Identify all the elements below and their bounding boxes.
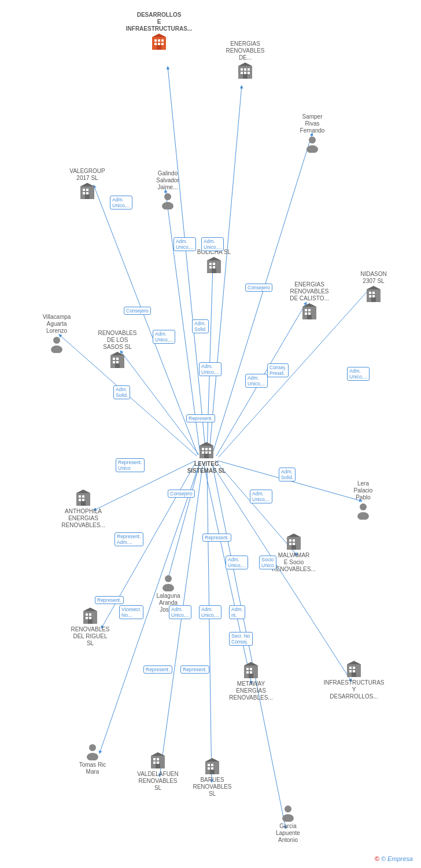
svg-rect-87 xyxy=(204,454,209,458)
svg-rect-34 xyxy=(241,72,243,74)
role-adm-nt[interactable]: Adm.nt. xyxy=(229,605,245,619)
svg-point-144 xyxy=(285,806,291,812)
svg-rect-110 xyxy=(86,617,88,619)
svg-rect-93 xyxy=(82,499,84,501)
svg-marker-127 xyxy=(347,661,361,664)
role-vicesecr-no[interactable]: Vicesecr.No... xyxy=(119,605,143,619)
node-nidason[interactable]: NIDASON2307 SL xyxy=(350,270,397,303)
role-consejero-energias-calisto[interactable]: Consejero xyxy=(245,284,272,292)
svg-rect-99 xyxy=(289,539,291,542)
svg-rect-42 xyxy=(83,189,85,191)
role-adm-unico-calisto[interactable]: Adm.Unico,... xyxy=(245,374,268,388)
role-represent-adm-anthophila[interactable]: Represent.Adm.... xyxy=(115,532,143,546)
role-adm-unico-main[interactable]: Adm.Unico,... xyxy=(199,362,221,376)
role-represent[interactable]: Represent. xyxy=(186,414,215,422)
node-levitec[interactable]: LEVITECSISTEMAS SL xyxy=(180,441,232,475)
svg-rect-112 xyxy=(88,619,93,624)
building-icon-renovables-sasos xyxy=(108,351,127,369)
role-socio-unico-malvamar[interactable]: SocioUnico xyxy=(259,556,276,569)
svg-marker-143 xyxy=(205,758,219,762)
svg-rect-58 xyxy=(369,292,371,294)
svg-rect-90 xyxy=(79,495,81,498)
node-infraestructuras[interactable]: INFRAESTRUCTURASYDESARROLLOS... xyxy=(323,660,385,700)
role-secr-no-consej[interactable]: Secr. NoConsej. xyxy=(229,632,253,646)
node-tomas[interactable]: Tomas RicMara xyxy=(69,742,116,775)
svg-point-39 xyxy=(309,137,316,144)
svg-rect-118 xyxy=(250,671,252,674)
node-energias-calisto[interactable]: ENERGIASRENOVABLESDE CALISTO... xyxy=(283,280,335,321)
svg-rect-74 xyxy=(113,358,115,360)
svg-marker-47 xyxy=(80,183,94,186)
building-icon-barues xyxy=(203,757,221,775)
role-adm-unico-nidason[interactable]: Adm.Unico,... xyxy=(347,367,370,381)
svg-rect-111 xyxy=(89,617,91,619)
node-valegroup[interactable]: VALEGROUP2017 SL xyxy=(67,167,108,200)
building-icon-anthophila xyxy=(74,488,93,507)
svg-rect-83 xyxy=(209,448,211,450)
role-represent-lower1[interactable]: Represent. xyxy=(143,665,172,674)
role-adm-unico-sasos[interactable]: Adm.Unico,... xyxy=(153,330,175,344)
svg-rect-77 xyxy=(116,361,119,363)
node-barues[interactable]: BARUESRENOVABLESSL xyxy=(189,757,236,797)
node-garcia[interactable]: GarciaLapuenteAntonio xyxy=(265,803,311,844)
svg-marker-113 xyxy=(83,608,97,611)
role-represent-riguel[interactable]: Represent. xyxy=(95,596,124,604)
node-villacampa[interactable]: VillacampaAguartaLorenzo xyxy=(34,312,80,353)
svg-marker-56 xyxy=(207,257,221,260)
node-valdelafuen[interactable]: VALDELAFUENRENOVABLESSL xyxy=(132,751,184,792)
svg-rect-61 xyxy=(372,295,375,297)
svg-rect-55 xyxy=(212,269,216,273)
svg-marker-95 xyxy=(76,490,90,493)
node-label-samper: SamperRivasFernando xyxy=(300,113,325,134)
role-adm-unico-valegroup[interactable]: Adm.Unico,... xyxy=(110,196,132,209)
node-desarrollos[interactable]: DESARROLLOSEINFRAESTRUCTURAS... xyxy=(133,10,185,51)
svg-rect-46 xyxy=(85,194,90,199)
svg-rect-119 xyxy=(249,674,253,678)
role-adm-solid-sasos2[interactable]: Adm.Solid. xyxy=(192,319,209,333)
svg-line-18 xyxy=(160,466,202,777)
node-anthophila[interactable]: ANTHOPHILAENERGIASRENOVABLES... xyxy=(57,488,110,529)
svg-rect-27 xyxy=(161,43,164,45)
node-label-metaway: METAWAYENERGIASRENOVABLES... xyxy=(229,681,272,701)
svg-rect-84 xyxy=(202,451,204,454)
building-icon-metaway xyxy=(242,661,260,679)
node-samper[interactable]: SamperRivasFernando xyxy=(292,112,333,153)
role-consejero-lev[interactable]: Consejero xyxy=(168,490,195,498)
svg-rect-134 xyxy=(157,762,159,764)
svg-rect-31 xyxy=(241,68,243,71)
svg-rect-122 xyxy=(349,667,352,669)
role-represent-unico[interactable]: Represent.Unico xyxy=(116,458,145,472)
role-adm-unico-riguel2[interactable]: Adm.Unico,... xyxy=(199,605,221,619)
role-adm-solid-lev[interactable]: Adm.Solid. xyxy=(279,468,296,481)
role-consejero-sasos[interactable]: Consejero xyxy=(124,307,151,315)
svg-rect-37 xyxy=(243,74,248,79)
node-lera[interactable]: LeraPalacioPablo xyxy=(342,479,384,520)
svg-rect-51 xyxy=(209,263,212,265)
role-consej-presid[interactable]: Consej.Presid. xyxy=(267,363,289,377)
node-renovables-sasos[interactable]: RENOVABLESDE LOSSASOS SL xyxy=(94,329,141,369)
node-galindo[interactable]: GalindoSalvadorJaime... xyxy=(147,169,189,209)
role-adm-unico-lev[interactable]: Adm.Unico,... xyxy=(250,490,272,503)
node-energias-de[interactable]: ENERGIASRENOVABLESDE... xyxy=(222,39,268,80)
svg-point-145 xyxy=(282,814,294,822)
role-represent-malvamar[interactable]: Represent. xyxy=(202,534,231,542)
node-metaway[interactable]: METAWAYENERGIASRENOVABLES... xyxy=(224,661,278,701)
svg-rect-123 xyxy=(353,667,355,669)
node-renovables-riguel[interactable]: RENOVABLESDEL RIGUELSL xyxy=(66,606,115,647)
node-bolicha[interactable]: BOLICHA SL xyxy=(193,248,235,274)
role-represent-lower2[interactable]: Represent. xyxy=(180,665,209,674)
role-adm-solid-sasos[interactable]: Adm.Solid. xyxy=(113,385,130,399)
role-adm-unico-malvamar[interactable]: Adm.Unico,... xyxy=(226,556,248,569)
person-icon-samper xyxy=(303,134,322,153)
svg-point-48 xyxy=(164,193,171,200)
svg-marker-104 xyxy=(287,534,301,537)
building-icon-red xyxy=(150,32,168,51)
role-adm-unico-riguel1[interactable]: Adm.Unico,... xyxy=(169,605,191,619)
svg-rect-23 xyxy=(158,39,160,42)
svg-rect-22 xyxy=(154,39,157,42)
svg-rect-69 xyxy=(307,315,312,319)
role-adm-unico-galindo1[interactable]: Adm.Unico,... xyxy=(173,237,196,251)
node-label-tomas: Tomas RicMara xyxy=(79,762,106,775)
svg-rect-65 xyxy=(305,309,307,311)
role-adm-unico-galindo2[interactable]: Adm.Unico,... xyxy=(201,237,224,251)
